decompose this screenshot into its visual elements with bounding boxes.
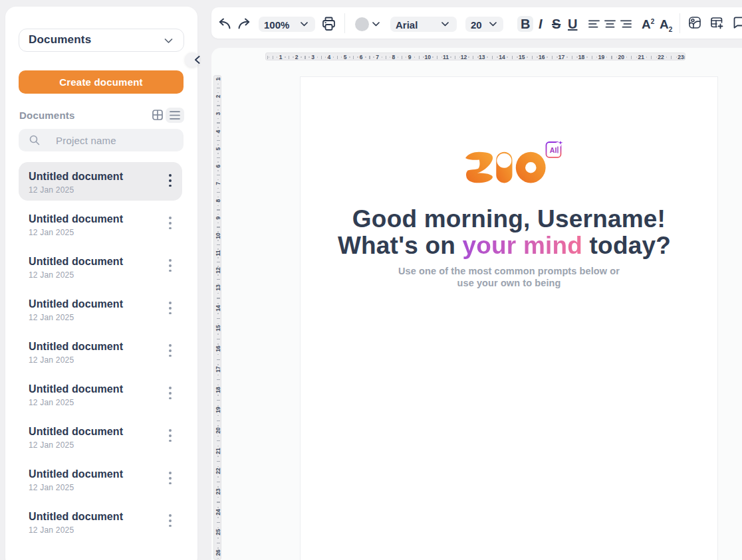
svg-text:AI: AI [550, 146, 557, 154]
